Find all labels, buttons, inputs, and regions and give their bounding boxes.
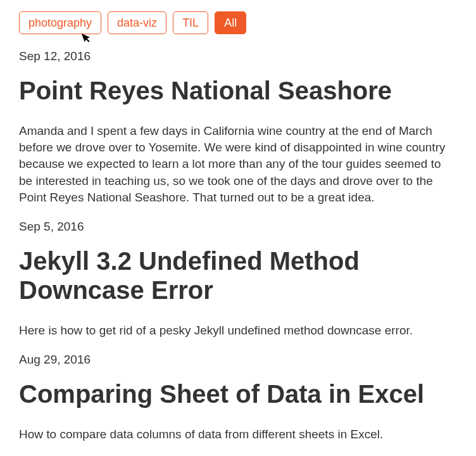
post-item: Sep 12, 2016 Point Reyes National Seasho… (19, 49, 457, 206)
post-item: Sep 5, 2016 Jekyll 3.2 Undefined Method … (19, 220, 457, 339)
post-date: Sep 12, 2016 (19, 49, 457, 63)
tag-data-viz[interactable]: data-viz (108, 11, 166, 34)
post-title[interactable]: Jekyll 3.2 Undefined Method Downcase Err… (19, 246, 457, 305)
post-title[interactable]: Comparing Sheet of Data in Excel (19, 379, 457, 408)
post-date: Sep 5, 2016 (19, 220, 457, 234)
post-item: Aug 29, 2016 Comparing Sheet of Data in … (19, 353, 457, 443)
tag-til[interactable]: TIL (173, 11, 208, 34)
tag-filter-row: photography data-viz TIL All (19, 11, 457, 34)
post-excerpt: Here is how to get rid of a pesky Jekyll… (19, 322, 457, 339)
post-date: Aug 29, 2016 (19, 353, 457, 367)
post-excerpt: Amanda and I spent a few days in Califor… (19, 123, 457, 206)
tag-all[interactable]: All (215, 11, 246, 34)
post-title[interactable]: Point Reyes National Seashore (19, 76, 457, 105)
tag-photography[interactable]: photography (19, 11, 101, 34)
post-excerpt: How to compare data columns of data from… (19, 426, 457, 443)
